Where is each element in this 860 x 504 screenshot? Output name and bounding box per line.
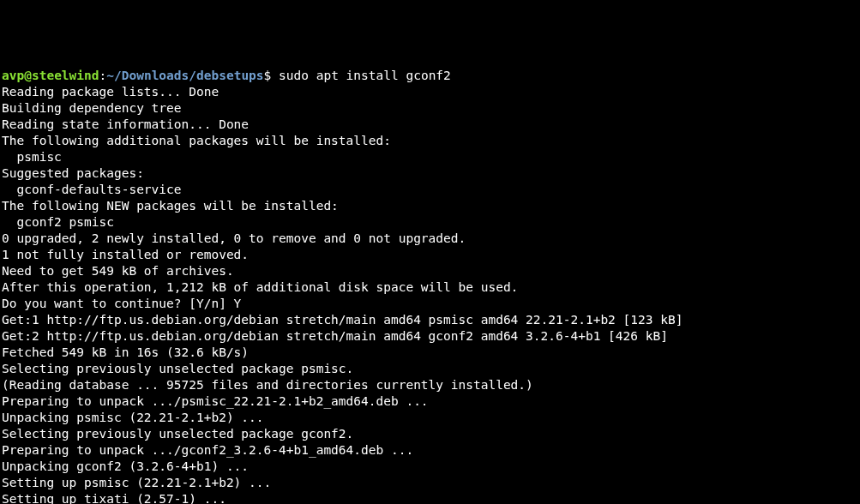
prompt-colon: : <box>99 69 107 82</box>
output-line: Get:1 http://ftp.us.debian.org/debian st… <box>2 312 858 328</box>
output-line: The following NEW packages will be insta… <box>2 198 858 214</box>
command-text: sudo apt install gconf2 <box>279 69 451 82</box>
output-line: gconf2 psmisc <box>2 214 858 231</box>
output-line: psmisc <box>2 149 858 165</box>
output-line: Setting up tixati (2.57-1) ... <box>2 491 858 504</box>
prompt-line: avp@steelwind:~/Downloads/debsetups$ sud… <box>2 68 858 84</box>
output-line: 1 not fully installed or removed. <box>2 247 858 263</box>
output-line: After this operation, 1,212 kB of additi… <box>2 279 858 296</box>
output-line: Unpacking gconf2 (3.2.6-4+b1) ... <box>2 459 858 475</box>
output-line: Fetched 549 kB in 16s (32.6 kB/s) <box>2 345 858 361</box>
output-line: Reading package lists... Done <box>2 84 858 100</box>
output-line: Preparing to unpack .../psmisc_22.21-2.1… <box>2 393 858 410</box>
prompt-path: ~/Downloads/debsetups <box>106 69 263 82</box>
output-line: Selecting previously unselected package … <box>2 361 858 377</box>
output-line: gconf-defaults-service <box>2 182 858 198</box>
output-line: Reading state information... Done <box>2 117 858 133</box>
output-line: Do you want to continue? [Y/n] Y <box>2 296 858 312</box>
output-line: Preparing to unpack .../gconf2_3.2.6-4+b… <box>2 442 858 459</box>
output-line: Suggested packages: <box>2 165 858 182</box>
output-line: The following additional packages will b… <box>2 133 858 149</box>
output-line: Need to get 549 kB of archives. <box>2 263 858 279</box>
prompt-host: steelwind <box>32 69 99 82</box>
output-line: Setting up psmisc (22.21-2.1+b2) ... <box>2 475 858 491</box>
prompt-user: avp <box>2 69 24 82</box>
output-line: Unpacking psmisc (22.21-2.1+b2) ... <box>2 410 858 426</box>
output-line: (Reading database ... 95725 files and di… <box>2 377 858 393</box>
output-line: Selecting previously unselected package … <box>2 426 858 442</box>
terminal-output[interactable]: avp@steelwind:~/Downloads/debsetups$ sud… <box>2 68 858 504</box>
prompt-dollar: $ <box>264 69 272 82</box>
output-line: Building dependency tree <box>2 100 858 117</box>
output-line: Get:2 http://ftp.us.debian.org/debian st… <box>2 328 858 345</box>
output-line: 0 upgraded, 2 newly installed, 0 to remo… <box>2 231 858 247</box>
prompt-at: @ <box>24 69 32 82</box>
